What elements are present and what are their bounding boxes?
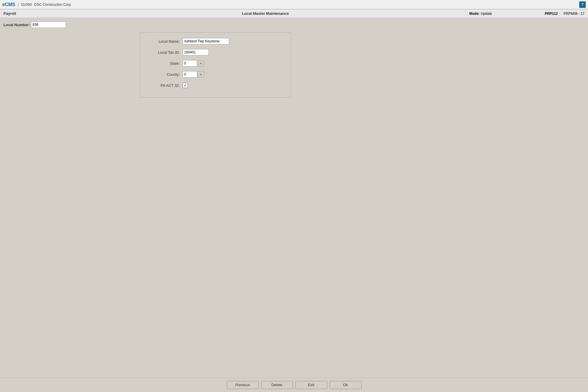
county-input[interactable] bbox=[183, 71, 197, 78]
page-title: Local Master Maintenance bbox=[62, 11, 469, 16]
local-number-input[interactable] bbox=[31, 21, 66, 28]
header-bar: Payroll Local Master Maintenance Mode: U… bbox=[0, 9, 588, 18]
pa-act-32-row: PA ACT 32: bbox=[145, 82, 286, 89]
title-bar: eCMS | 01/000 CGC Construction Corp ? bbox=[0, 0, 588, 9]
county-lookup-button[interactable]: < bbox=[198, 71, 204, 78]
form-panel: Local Name: Local Tax ID: State: < Count… bbox=[140, 33, 291, 98]
local-number-label: Local Number: bbox=[3, 23, 30, 27]
state-row: State: < bbox=[145, 60, 286, 67]
county-label: County: bbox=[145, 72, 183, 77]
mode-label: Mode: bbox=[469, 12, 479, 16]
pa-act-32-checkbox[interactable] bbox=[183, 83, 188, 88]
previous-button[interactable]: Previous bbox=[227, 381, 259, 389]
local-name-input[interactable] bbox=[183, 38, 229, 44]
local-tax-id-row: Local Tax ID: bbox=[145, 48, 286, 56]
pa-act-32-label: PA ACT 32: bbox=[145, 83, 183, 88]
local-name-row: Local Name: bbox=[145, 37, 286, 45]
mode-section: Mode: Update bbox=[469, 12, 533, 16]
company-code: 01/000 bbox=[21, 3, 32, 7]
state-input[interactable] bbox=[183, 60, 197, 66]
local-tax-id-input[interactable] bbox=[183, 49, 209, 55]
ecms-logo: eCMS bbox=[2, 2, 15, 7]
local-tax-id-label: Local Tax ID: bbox=[145, 50, 183, 55]
delete-button[interactable]: Delete bbox=[261, 381, 293, 389]
local-number-row: Local Number: bbox=[3, 21, 585, 28]
local-name-label: Local Name: bbox=[145, 39, 183, 44]
ok-button[interactable]: Ok bbox=[330, 381, 362, 389]
state-lookup-button[interactable]: < bbox=[198, 60, 204, 66]
title-separator: | bbox=[17, 2, 19, 7]
module-label: Payroll bbox=[3, 11, 62, 16]
company-name: CGC Construction Corp bbox=[34, 3, 71, 7]
mode-value: Update bbox=[481, 12, 492, 16]
exit-button[interactable]: Exit bbox=[295, 381, 327, 389]
program-id: PRP112 bbox=[545, 12, 558, 16]
help-button[interactable]: ? bbox=[579, 1, 586, 8]
bottom-bar: Previous Delete Exit Ok bbox=[0, 377, 588, 392]
county-row: County: < bbox=[145, 71, 286, 78]
state-label: State: bbox=[145, 61, 183, 66]
main-content: Local Number: Local Name: Local Tax ID: … bbox=[0, 18, 588, 377]
screen-id: PRPM08 - 17 bbox=[564, 12, 585, 16]
